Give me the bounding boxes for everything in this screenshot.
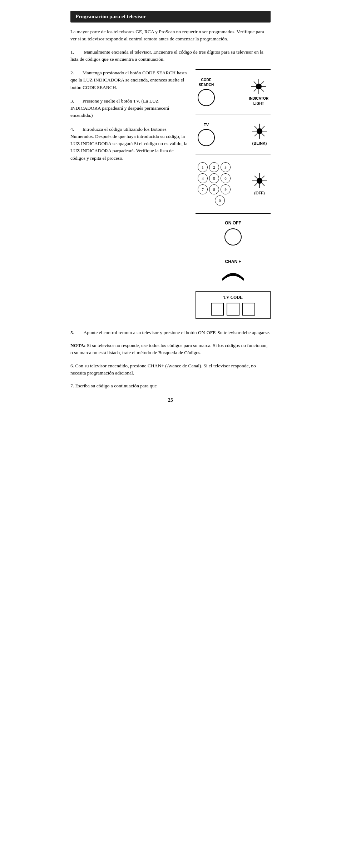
diagram-code-search: CODE SEARCH [196, 69, 271, 114]
svg-point-17 [257, 128, 262, 134]
intro-text: La mayor parte de los televisores GE, RC… [70, 28, 271, 43]
off-indicator-starburst [251, 172, 268, 190]
page-title: Programación para el televisor [70, 11, 271, 23]
num-btn-6: 6 [221, 173, 231, 183]
num-btn-9: 9 [221, 184, 231, 194]
chan-button [221, 267, 246, 281]
tv-code-area: TV CODE [196, 291, 271, 319]
code-search-label: CODE SEARCH [199, 78, 214, 88]
chanplus-label: CHAN + [225, 259, 241, 265]
indicator-light-starburst [250, 78, 268, 95]
step-3: 3. Presione y suelte el botón TV. (La LU… [70, 98, 190, 119]
step-1: 1. Manualmente encienda el televisor. En… [70, 49, 271, 63]
diagram-col: CODE SEARCH [196, 69, 271, 323]
steps-with-diagram: 2. Mantenga presionado el botón CODE SEA… [70, 69, 271, 323]
tv-code-boxes [200, 303, 266, 316]
code-search-button [198, 89, 215, 106]
tv-indicator-starburst [251, 122, 268, 140]
num-btn-2: 2 [209, 162, 219, 172]
step-6: 6. Con su televisor encendido, presione … [70, 362, 271, 377]
onoff-button [224, 228, 242, 245]
steps-text-col: 2. Mantenga presionado el botón CODE SEA… [70, 69, 190, 323]
num-btn-0: 0 [215, 195, 225, 205]
step-1-text: 1. Manualmente encienda el televisor. En… [70, 49, 271, 63]
num-btn-8: 8 [209, 184, 219, 194]
num-btn-7: 7 [198, 184, 208, 194]
step-2: 2. Mantenga presionado el botón CODE SEA… [70, 69, 190, 91]
page-number: 25 [70, 397, 271, 404]
diagram-chan: CHAN + [196, 252, 271, 287]
num-btn-4: 4 [198, 173, 208, 183]
diagram-tv: TV [196, 114, 271, 154]
num-btn-3: 3 [221, 162, 231, 172]
page: Programación para el televisor La mayor … [63, 0, 278, 868]
step-7: 7. Escriba su código a continuación para… [70, 382, 271, 390]
tv-code-box-1 [211, 303, 224, 316]
step-4: 4. Introduzca el código utilizando los B… [70, 126, 190, 162]
blink-label: (BLINK) [252, 141, 267, 146]
svg-point-8 [256, 84, 262, 89]
num-btn-1: 1 [198, 162, 208, 172]
num-btn-5: 5 [209, 173, 219, 183]
step-5: 5. Apunte el control remoto a su televis… [70, 329, 271, 336]
tv-code-box-3 [242, 303, 255, 316]
indicator-light-label: INDICATOR LIGHT [249, 96, 268, 106]
nota-section: NOTA: Si su televisor no responde, use t… [70, 342, 271, 357]
off-label: (OFF) [254, 190, 265, 196]
nota-label: NOTA: [70, 343, 86, 348]
onoff-label: ON·OFF [225, 220, 241, 226]
tv-label: TV [204, 122, 209, 128]
tv-button [198, 129, 215, 146]
svg-point-26 [257, 178, 262, 184]
tv-code-box-2 [227, 303, 239, 316]
tvcode-label: TV CODE [200, 294, 266, 301]
diagram-tvcode: TV CODE [196, 287, 271, 323]
diagram-onoff: ON·OFF [196, 214, 271, 252]
nota-text: Si su televisor no responde, use todos l… [70, 343, 268, 355]
diagram-numbers: 1 2 3 4 5 6 7 8 9 [196, 154, 271, 214]
